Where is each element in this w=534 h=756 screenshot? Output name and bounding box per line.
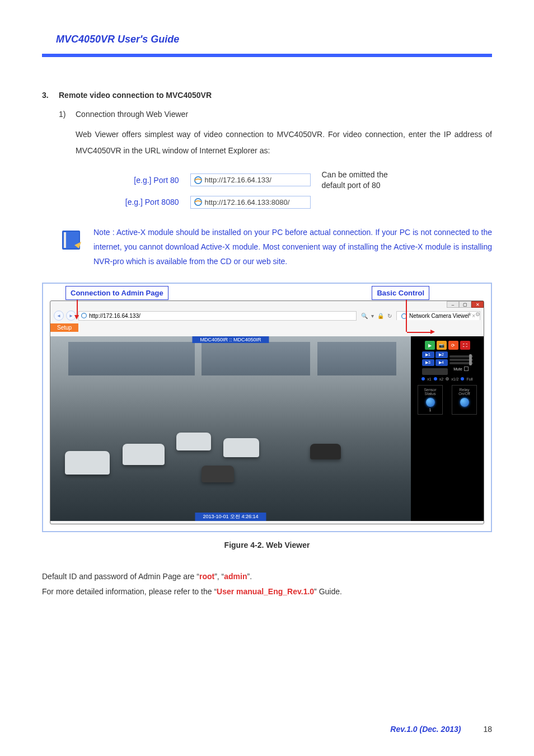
body-paragraph: Web Viewer offers simplest way of video … <box>76 126 492 158</box>
url-text-80: http://172.16.64.133/ <box>205 176 271 184</box>
header-rule <box>42 54 492 57</box>
search-icon[interactable]: 🔍 <box>361 313 368 319</box>
snapshot-button[interactable]: 📷 <box>437 341 447 350</box>
port-label-80: [e.g.] Port 80 <box>112 176 179 185</box>
web-viewer-figure: Connection to Admin Page Basic Control –… <box>42 283 492 532</box>
video-pane: MDC4050IR :: MDC4050IR 2013-10-01 오전 4:2… <box>50 336 411 521</box>
section-heading: 3. Remote video connection to MVC4050VR <box>42 91 492 100</box>
zoom-1-button[interactable]: ▶1 <box>422 351 434 358</box>
page-container: MVC4050VR User's Guide 3. Remote video c… <box>0 0 534 627</box>
favorites-icon[interactable]: ★ <box>467 311 472 317</box>
back-button[interactable]: ◄ <box>54 311 64 321</box>
ie-icon <box>81 313 87 318</box>
relay-toggle[interactable] <box>460 398 469 407</box>
video-area: MDC4050IR :: MDC4050IR 2013-10-01 오전 4:2… <box>50 336 484 521</box>
subsection-number: 1) <box>59 110 76 119</box>
section-number: 3. <box>42 91 59 100</box>
setup-button[interactable]: Setup <box>50 323 78 332</box>
port-example-row-8080: [e.g.] Port 8080 http://172.16.64.133:80… <box>42 196 492 209</box>
ie-toolbar-right: ⌂ ★ ⚙ <box>460 311 480 317</box>
default-password: admin <box>224 572 247 581</box>
url-text-8080: http://172.16.64.133:8080/ <box>205 198 290 206</box>
stop-button[interactable] <box>422 368 448 375</box>
svg-point-0 <box>194 176 201 183</box>
subsection-row: 1) Connection through Web Viewer <box>59 110 492 119</box>
svg-rect-4 <box>64 232 66 248</box>
window-controls: – ▢ ✕ <box>447 301 484 308</box>
home-icon[interactable]: ⌂ <box>460 311 463 317</box>
maximize-button[interactable]: ▢ <box>459 301 471 308</box>
svg-point-1 <box>194 199 201 205</box>
section-title: Remote video connection to MVC4050VR <box>59 91 212 100</box>
footer-page-number: 18 <box>483 725 492 734</box>
credentials-paragraph: Default ID and password of Admin Page ar… <box>42 569 492 599</box>
video-title-overlay: MDC4050IR :: MDC4050IR <box>192 336 269 343</box>
subsection-title: Connection through Web Viewer <box>76 110 188 119</box>
scale-full-radio[interactable] <box>461 377 464 381</box>
scale-x1-radio[interactable] <box>421 377 425 381</box>
record-button[interactable]: ▶ <box>425 341 435 350</box>
ie-address-row: ◄ ► http://172.16.64.133/ 🔍 ▾ 🔒 ↻ <box>50 309 484 322</box>
mute-checkbox[interactable] <box>464 367 469 371</box>
fullscreen-button[interactable]: ⛶ <box>460 341 470 350</box>
ie-window: – ▢ ✕ ◄ ► http://172.16.64.133/ 🔍 ▾ 🔒 ↻ <box>50 300 484 524</box>
port-note: Can be omitted the default port of 80 <box>322 170 423 190</box>
close-button[interactable]: ✕ <box>471 301 484 308</box>
address-bar[interactable]: http://172.16.64.133/ <box>78 311 357 321</box>
figure-caption: Figure 4-2. Web Viewer <box>42 541 492 550</box>
url-field-8080: http://172.16.64.133:8080/ <box>190 196 311 209</box>
notebook-icon <box>59 228 82 252</box>
address-text: http://172.16.64.133/ <box>89 313 140 319</box>
scale-x12-radio[interactable] <box>446 377 449 381</box>
ie-icon <box>194 198 202 206</box>
callout-basic-control: Basic Control <box>372 286 429 300</box>
doc-header-title: MVC4050VR User's Guide <box>56 34 492 45</box>
gear-icon[interactable]: ⚙ <box>475 311 480 317</box>
mute-label: Mute <box>453 367 462 371</box>
refresh-icon[interactable]: ↻ <box>387 313 392 319</box>
callout-admin-page: Connection to Admin Page <box>65 286 168 300</box>
page-footer: Rev.1.0 (Dec. 2013) 18 <box>390 725 492 734</box>
scale-x2-radio[interactable] <box>434 377 437 381</box>
zoom-4-button[interactable]: ▶4 <box>435 359 448 366</box>
setup-bar: Setup <box>50 323 484 332</box>
note-block: Note : Active-X module should be install… <box>42 226 492 269</box>
scale-radio-row: x1 x2 x1/2 Full <box>411 377 484 381</box>
minimize-button[interactable]: – <box>447 301 459 308</box>
sensor-status-panel: Sensor Status 1 <box>418 385 443 415</box>
svg-point-5 <box>82 313 87 318</box>
url-field-80: http://172.16.64.133/ <box>190 173 311 186</box>
address-tools: 🔍 ▾ 🔒 ↻ <box>359 313 394 319</box>
volume-slider[interactable] <box>449 362 473 364</box>
note-text: Note : Active-X module should be install… <box>93 226 492 269</box>
footer-revision: Rev.1.0 (Dec. 2013) <box>390 725 461 734</box>
reload-button[interactable]: ⟳ <box>448 341 458 350</box>
default-id: root <box>199 572 214 581</box>
relay-panel: Relay On/Off <box>452 385 477 415</box>
video-time-overlay: 2013-10-01 오전 4:26:14 <box>195 513 266 521</box>
port-label-8080: [e.g.] Port 8080 <box>112 198 179 206</box>
port-example-row-80: [e.g.] Port 80 http://172.16.64.133/ Can… <box>42 170 492 190</box>
ie-icon <box>194 176 202 184</box>
zoom-3-button[interactable]: ▶3 <box>422 359 434 366</box>
control-panel: ▶ 📷 ⟳ ⛶ ▶1 ▶2 ▶3 ▶4 <box>411 336 484 521</box>
zoom-2-button[interactable]: ▶2 <box>435 351 448 358</box>
sensor-led <box>426 398 435 407</box>
manual-reference: User manual_Eng_Rev.1.0 <box>217 587 314 596</box>
